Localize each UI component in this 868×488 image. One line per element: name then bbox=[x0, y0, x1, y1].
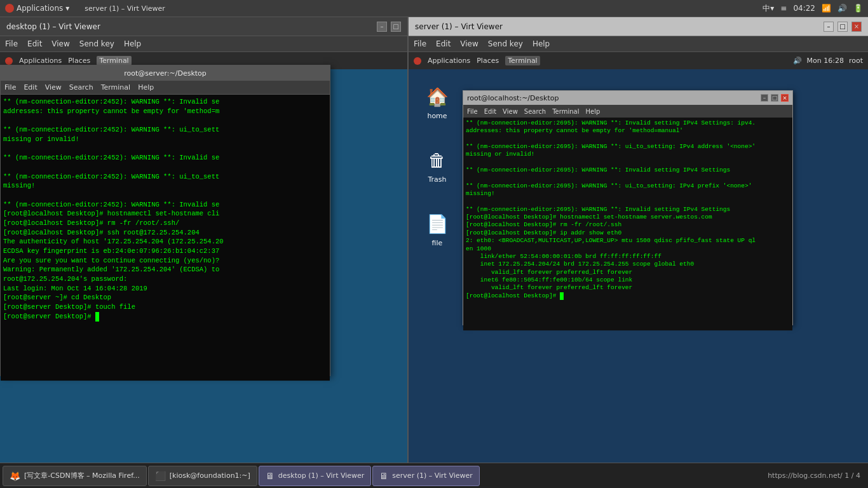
file-icon-label: file bbox=[432, 239, 443, 247]
server-viewer-icon: 🖥 bbox=[379, 471, 388, 481]
system-time: 04:22 bbox=[793, 4, 815, 13]
file-icon: 📄 bbox=[424, 211, 450, 236]
right-gnome-volume: 🔊 bbox=[793, 57, 802, 65]
system-battery: 🔋 bbox=[853, 4, 863, 13]
taskbar-status: https://blog.csdn.net/ 1 / 4 bbox=[768, 471, 865, 480]
inner-maximize-btn[interactable]: □ bbox=[771, 94, 778, 102]
right-virt-titlebar: server (1) – Virt Viewer – □ × bbox=[409, 17, 868, 36]
task-server-viewer[interactable]: 🖥 server (1) – Virt Viewer bbox=[372, 466, 479, 486]
right-virt-title: server (1) – Virt Viewer bbox=[415, 22, 503, 31]
tm-view[interactable]: View bbox=[45, 83, 62, 92]
server-viewer-label: server (1) – Virt Viewer bbox=[392, 471, 472, 480]
right-virt-viewer: server (1) – Virt Viewer – □ × File Edit… bbox=[409, 17, 868, 488]
maximize-button[interactable]: □ bbox=[391, 22, 401, 32]
tm-terminal[interactable]: Terminal bbox=[101, 83, 131, 92]
menu-edit[interactable]: Edit bbox=[27, 39, 42, 48]
menu-help[interactable]: Help bbox=[124, 39, 141, 48]
red-dot-icon bbox=[5, 4, 14, 13]
gnome-applications[interactable]: Applications bbox=[19, 57, 62, 65]
left-virt-titlebar: desktop (1) – Virt Viewer – □ bbox=[0, 17, 407, 36]
right-minimize-button[interactable]: – bbox=[824, 22, 834, 32]
right-menu-view[interactable]: View bbox=[460, 39, 478, 48]
system-volume: 🔊 bbox=[837, 4, 847, 13]
desktop-icon-file[interactable]: 📄 file bbox=[418, 211, 456, 247]
main-area: desktop (1) – Virt Viewer – □ File Edit … bbox=[0, 17, 868, 488]
right-desktop: Applications Places Terminal 🔊 Mon 16:28… bbox=[409, 52, 868, 470]
tm-help[interactable]: Help bbox=[138, 83, 154, 92]
trash-icon: 🗑 bbox=[424, 147, 450, 173]
right-gnome-panel: Applications Places Terminal 🔊 Mon 16:28… bbox=[409, 52, 868, 69]
right-virt-controls: – □ × bbox=[824, 22, 862, 32]
right-gnome-red-dot bbox=[414, 57, 421, 65]
right-menu-edit[interactable]: Edit bbox=[436, 39, 451, 48]
system-wifi: 📶 bbox=[822, 4, 831, 13]
tm-edit[interactable]: Edit bbox=[24, 83, 37, 92]
right-menu-bar: File Edit View Send key Help bbox=[409, 36, 868, 52]
itm-file[interactable]: File bbox=[467, 108, 478, 115]
terminal-icon: ⬛ bbox=[155, 471, 166, 481]
left-terminal-window: root@server:~/Desktop File Edit View Sea… bbox=[0, 65, 330, 376]
itm-terminal[interactable]: Terminal bbox=[552, 108, 579, 115]
inner-terminal-titlebar: root@localhost:~/Desktop – □ × bbox=[463, 91, 792, 105]
inner-terminal-controls: – □ × bbox=[761, 94, 789, 102]
desktop-icon-home[interactable]: 🏠 home bbox=[418, 84, 456, 120]
right-gnome-terminal-btn[interactable]: Terminal bbox=[505, 56, 540, 65]
system-ime: 中▾ bbox=[763, 3, 774, 14]
left-virt-controls: – □ bbox=[377, 22, 401, 32]
system-bar-left: Applications ▾ server (1) – Virt Viewer bbox=[5, 4, 165, 13]
gnome-terminal-btn[interactable]: Terminal bbox=[97, 56, 132, 65]
tm-file[interactable]: File bbox=[4, 83, 16, 92]
home-icon-label: home bbox=[427, 112, 447, 120]
right-gnome-time: Mon 16:28 bbox=[807, 57, 844, 65]
left-virt-viewer: desktop (1) – Virt Viewer – □ File Edit … bbox=[0, 17, 409, 488]
right-close-button[interactable]: × bbox=[851, 22, 862, 32]
right-gnome-places[interactable]: Places bbox=[477, 57, 499, 65]
firefox-icon: 🦊 bbox=[10, 471, 20, 481]
right-gnome-panel-right: 🔊 Mon 16:28 root bbox=[793, 57, 863, 65]
inner-close-btn[interactable]: × bbox=[781, 94, 789, 102]
left-terminal-content: ** (nm-connection-editor:2452): WARNING … bbox=[1, 95, 330, 381]
task-firefox[interactable]: 🦊 [写文章-CSDN博客 – Mozilla Firef... bbox=[3, 466, 147, 486]
menu-file[interactable]: File bbox=[5, 39, 18, 48]
right-gnome-applications[interactable]: Applications bbox=[428, 57, 470, 65]
inner-terminal-window: root@localhost:~/Desktop – □ × File Edit… bbox=[463, 90, 793, 325]
right-menu-file[interactable]: File bbox=[414, 39, 426, 48]
trash-icon-label: Trash bbox=[428, 175, 446, 184]
firefox-label: [写文章-CSDN博客 – Mozilla Firef... bbox=[24, 471, 140, 480]
itm-view[interactable]: View bbox=[503, 108, 518, 115]
itm-search[interactable]: Search bbox=[524, 108, 546, 115]
inner-terminal-menu: File Edit View Search Terminal Help bbox=[463, 105, 792, 118]
left-desktop: Applications Places Terminal root@server… bbox=[0, 52, 407, 470]
gnome-places[interactable]: Places bbox=[68, 57, 90, 65]
main-taskbar: 🦊 [写文章-CSDN博客 – Mozilla Firef... ⬛ [kios… bbox=[0, 463, 868, 488]
menu-sendkey[interactable]: Send key bbox=[79, 39, 114, 48]
itm-help[interactable]: Help bbox=[585, 108, 600, 115]
task-desktop-viewer[interactable]: 🖥 desktop (1) – Virt Viewer bbox=[259, 466, 372, 486]
terminal-label: [kiosk@foundation1:~] bbox=[170, 471, 250, 480]
desktop-viewer-icon: 🖥 bbox=[266, 471, 275, 481]
inner-terminal-content: ** (nm-connection-editor:2695): WARNING … bbox=[463, 118, 792, 330]
right-menu-sendkey[interactable]: Send key bbox=[488, 39, 523, 48]
menu-view[interactable]: View bbox=[51, 39, 69, 48]
home-icon: 🏠 bbox=[424, 84, 450, 109]
inner-minimize-btn[interactable]: – bbox=[761, 94, 768, 102]
desktop-viewer-label: desktop (1) – Virt Viewer bbox=[278, 471, 365, 480]
minimize-button[interactable]: – bbox=[377, 22, 387, 32]
tm-search[interactable]: Search bbox=[69, 83, 93, 92]
task-terminal[interactable]: ⬛ [kiosk@foundation1:~] bbox=[148, 466, 257, 486]
applications-menu[interactable]: Applications ▾ bbox=[5, 4, 69, 13]
left-terminal-menu: File Edit View Search Terminal Help bbox=[1, 81, 330, 95]
left-terminal-title: root@server:~/Desktop bbox=[124, 69, 207, 78]
system-bar-right: 中▾ ≡ 04:22 📶 🔊 🔋 bbox=[763, 3, 863, 14]
left-gnome-panel-left: Applications Places Terminal bbox=[5, 56, 132, 65]
left-terminal-titlebar: root@server:~/Desktop bbox=[1, 65, 330, 81]
left-menu-bar: File Edit View Send key Help bbox=[0, 36, 407, 52]
right-maximize-button[interactable]: □ bbox=[837, 22, 848, 32]
inner-terminal-title: root@localhost:~/Desktop bbox=[467, 94, 559, 102]
desktop-icon-trash[interactable]: 🗑 Trash bbox=[418, 147, 456, 184]
itm-edit[interactable]: Edit bbox=[484, 108, 496, 115]
system-bar: Applications ▾ server (1) – Virt Viewer … bbox=[0, 0, 868, 17]
right-menu-help[interactable]: Help bbox=[532, 39, 550, 48]
right-gnome-panel-left: Applications Places Terminal bbox=[414, 56, 540, 65]
system-lang: ≡ bbox=[780, 4, 787, 13]
